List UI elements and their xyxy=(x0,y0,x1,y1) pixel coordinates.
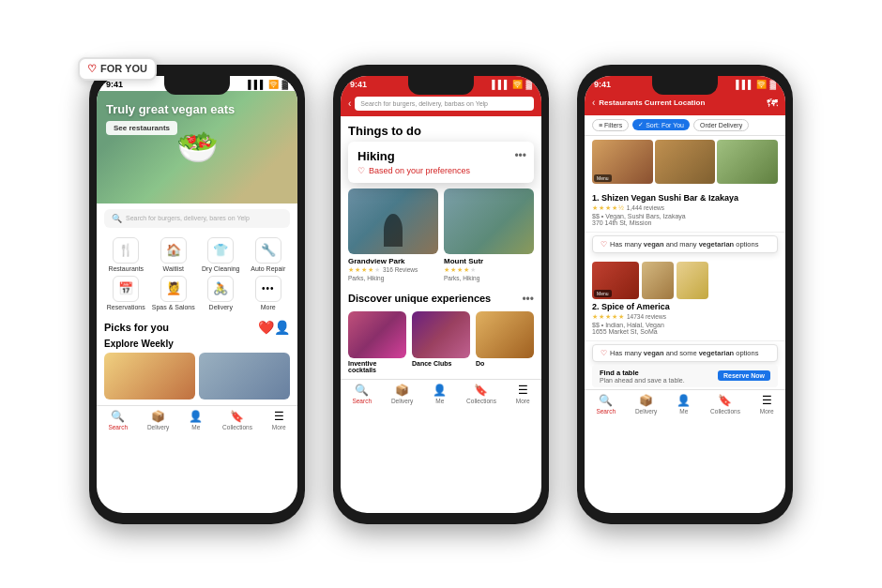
more-options-icon[interactable]: ••• xyxy=(514,149,526,162)
delivery-icon: 🚴 xyxy=(207,276,234,302)
collections-nav-icon-3: 🔖 xyxy=(718,394,732,407)
search-input-2[interactable]: Search for burgers, delivery, barbas on … xyxy=(355,97,534,111)
more-nav-icon-3: ☰ xyxy=(762,394,772,407)
search-bar[interactable]: 🔍 Search for burgers, delivery, bares on… xyxy=(104,209,290,228)
hiking-pref: ♡ Based on your preferences xyxy=(357,166,525,175)
exp-do[interactable]: Do xyxy=(476,311,534,373)
restaurant-2-meta: $$ • Indian, Halal, Vegan xyxy=(592,322,778,328)
nav-more-2[interactable]: ☰ More xyxy=(516,384,530,404)
exp-dance[interactable]: Dance Clubs xyxy=(412,311,470,373)
back-arrow-icon-3[interactable]: ‹ xyxy=(592,98,595,108)
for-you-label: FOR YOU xyxy=(100,63,147,74)
picks-header: Picks for you ❤️👤 xyxy=(104,320,290,335)
spas-icon: 💆 xyxy=(160,276,187,302)
more-icon: ••• xyxy=(255,276,281,302)
nav-delivery[interactable]: 📦 Delivery xyxy=(147,410,169,430)
order-delivery-button[interactable]: Order Delivery xyxy=(693,119,749,131)
sort-button[interactable]: ✓ Sort: For You xyxy=(632,119,690,130)
discover-title: Discover unique experiences xyxy=(348,293,491,306)
phone-notch xyxy=(164,76,230,95)
mountsutr-type: Parks, Hiking xyxy=(444,275,534,281)
menu-badge-1: Menu xyxy=(594,174,612,182)
see-restaurants-button[interactable]: See restaurants xyxy=(106,121,177,135)
location-label: Restaurants xyxy=(599,98,642,107)
category-auto-repair[interactable]: 🔧 Auto Repair xyxy=(247,237,291,272)
discover-more-icon[interactable]: ••• xyxy=(522,293,534,306)
discover-section: Discover unique experiences ••• Inventiv… xyxy=(341,287,541,379)
delivery-nav-icon: 📦 xyxy=(151,410,165,423)
dance-label: Dance Clubs xyxy=(412,360,470,367)
status-icons-2: ▌▌▌ 🛜 ▓ xyxy=(492,80,532,89)
explore-weekly-label: Explore Weekly xyxy=(104,339,290,349)
search-icon: 🔍 xyxy=(112,214,122,223)
category-dry-cleaning[interactable]: 👕 Dry Cleaning xyxy=(199,237,243,272)
category-restaurants[interactable]: 🍴 Restaurants xyxy=(104,237,148,272)
status-icons: ▌▌▌ 🛜 ▓ xyxy=(248,80,288,89)
grandview-name: Grandview Park xyxy=(348,257,438,265)
nav-more-3[interactable]: ☰ More xyxy=(760,394,774,415)
star-1: ★ xyxy=(348,266,354,274)
restaurant-2-name: 2. Spice of America xyxy=(592,302,778,311)
checkmark-icon: ✓ xyxy=(638,121,644,128)
heart-vegan-icon-1: ♡ xyxy=(601,240,607,249)
me-nav-icon: 👤 xyxy=(189,410,203,423)
grandview-reviews: 316 Reviews xyxy=(383,266,418,274)
do-label: Do xyxy=(476,360,534,367)
place-grandview[interactable]: Grandview Park ★ ★ ★ ★ ★ 316 Reviews Par… xyxy=(348,188,438,281)
category-spas[interactable]: 💆 Spas & Salons xyxy=(152,276,196,310)
picks-title: Picks for you xyxy=(104,322,169,333)
picks-images xyxy=(104,353,290,400)
restaurant-1-meta: $$ • Vegan, Sushi Bars, Izakaya xyxy=(592,213,778,219)
filters-label: Filters xyxy=(604,122,622,128)
phone-notch-2 xyxy=(408,76,474,95)
category-delivery[interactable]: 🚴 Delivery xyxy=(199,276,243,310)
phone1-screen: 9:41 ▌▌▌ 🛜 ▓ 🥗 Truly great vegan eats Se… xyxy=(97,76,297,513)
reserve-text-block: Find a table Plan ahead and save a table… xyxy=(600,369,685,384)
nav-delivery-3[interactable]: 📦 Delivery xyxy=(635,394,657,415)
hiker-silhouette xyxy=(384,214,403,247)
strip-img-3 xyxy=(717,140,778,184)
spice-img-3 xyxy=(677,262,708,299)
category-more[interactable]: ••• More xyxy=(247,276,291,310)
reserve-now-button[interactable]: Reserve Now xyxy=(718,370,770,381)
nav-search[interactable]: 🔍 Search xyxy=(108,410,128,430)
battery-icon-3: ▓ xyxy=(769,80,776,89)
nav-me-2[interactable]: 👤 Me xyxy=(433,384,447,404)
cocktails-label: Inventive cocktails xyxy=(348,360,406,373)
status-time-2: 9:41 xyxy=(350,80,367,89)
nav-search-3[interactable]: 🔍 Search xyxy=(596,394,616,415)
nav-more[interactable]: ☰ More xyxy=(272,410,286,430)
nav-collections-2[interactable]: 🔖 Collections xyxy=(466,384,496,404)
nav-search-2[interactable]: 🔍 Search xyxy=(352,384,372,404)
place-mount-sutr[interactable]: Mount Sutr ★ ★ ★ ★ ★ Parks, Hiking xyxy=(444,188,534,281)
nav-me-3[interactable]: 👤 Me xyxy=(677,394,691,415)
phone-3: 9:41 ▌▌▌ 🛜 ▓ ‹ Restaurants Current Locat… xyxy=(577,65,793,524)
experiences-row: Inventive cocktails Dance Clubs Do xyxy=(348,311,534,373)
back-arrow-icon[interactable]: ‹ xyxy=(348,98,351,109)
filters-button[interactable]: ≡ Filters xyxy=(592,119,629,131)
nav-me[interactable]: 👤 Me xyxy=(189,410,203,430)
search-nav-icon-2: 🔍 xyxy=(355,384,369,397)
hero-banner: 🥗 Truly great vegan eats See restaurants xyxy=(97,91,297,204)
map-icon[interactable]: 🗺 xyxy=(767,97,778,110)
mountsutr-stars: ★ ★ ★ ★ ★ xyxy=(444,266,534,274)
picks-image-1 xyxy=(104,353,195,400)
status-time-3: 9:41 xyxy=(594,80,611,89)
nav-collections[interactable]: 🔖 Collections xyxy=(222,410,252,430)
bottom-nav-2: 🔍 Search 📦 Delivery 👤 Me 🔖 Collections ☰… xyxy=(341,379,541,408)
exp-cocktails[interactable]: Inventive cocktails xyxy=(348,311,406,373)
bottom-nav-3: 🔍 Search 📦 Delivery 👤 Me 🔖 Collections ☰… xyxy=(585,389,785,418)
category-waitlist[interactable]: 🏠 Waitlist xyxy=(152,237,196,272)
filter-sliders-icon: ≡ xyxy=(599,122,602,128)
nav-delivery-2[interactable]: 📦 Delivery xyxy=(391,384,413,404)
status-time: 9:41 xyxy=(106,80,123,89)
wifi-icon: 🛜 xyxy=(268,80,279,89)
me-nav-icon-3: 👤 xyxy=(677,394,691,407)
restaurant-1[interactable]: 1. Shizen Vegan Sushi Bar & Izakaya ★ ★ … xyxy=(585,188,785,233)
location-sub: Current Location xyxy=(645,98,705,107)
restaurant-2[interactable]: Menu 2. Spice of America ★ ★ ★ ★ ★ 14734… xyxy=(585,256,785,341)
star-3: ★ xyxy=(361,266,367,274)
for-you-badge: ♡ FOR YOU xyxy=(78,57,157,81)
category-reservations[interactable]: 📅 Reservations xyxy=(104,276,148,310)
nav-collections-3[interactable]: 🔖 Collections xyxy=(710,394,740,415)
